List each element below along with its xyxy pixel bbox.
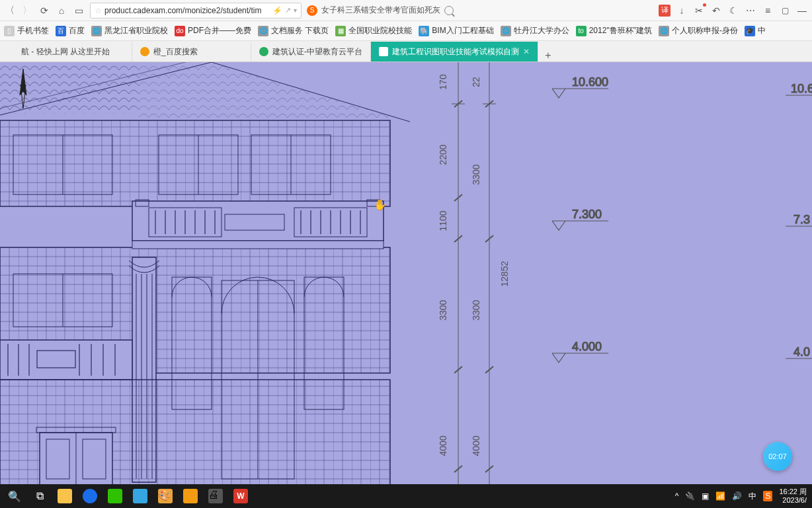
tray-app-icon[interactable]: ▣ (702, 491, 709, 501)
svg-text:7.300: 7.300 (572, 208, 602, 221)
new-tab-button[interactable]: + (538, 50, 558, 62)
tab-favicon (140, 47, 149, 56)
taskbar-app-explorer[interactable] (53, 486, 77, 506)
svg-rect-10 (132, 201, 384, 241)
system-tray: ^ 🔌 ▣ 📶 🔊 中 S 16:22 周 2023/6/ (675, 487, 809, 505)
taskbar-app-wechat[interactable] (103, 486, 127, 506)
download-icon[interactable]: ↓ (676, 5, 688, 17)
bookmark-item[interactable]: 🌐个人职称申报-身份 (659, 25, 738, 36)
tab-favicon (8, 47, 17, 56)
taskbar-clock[interactable]: 16:22 周 2023/6/ (779, 487, 807, 505)
taskbar-app-wps[interactable]: W (229, 486, 253, 506)
tray-chevron-icon[interactable]: ^ (675, 491, 679, 501)
svg-text:7.3: 7.3 (793, 213, 810, 226)
more-icon[interactable]: ⋯ (745, 5, 756, 17)
tray-usb-icon[interactable]: 🔌 (685, 491, 695, 501)
flash-icon[interactable]: ⚡ (272, 6, 282, 15)
dropdown-icon[interactable]: ▾ (294, 7, 297, 14)
tray-sogou-icon[interactable]: S (763, 491, 772, 501)
tab[interactable]: 橙_百度搜索 (132, 42, 251, 62)
svg-text:4.000: 4.000 (572, 340, 602, 353)
reader-icon[interactable]: ▭ (73, 5, 85, 17)
minimize-icon[interactable]: — (796, 5, 808, 17)
timer-badge[interactable]: 02:07 (763, 442, 792, 471)
bookmark-item[interactable]: 🌐牡丹江大学办公 (501, 25, 569, 36)
taskbar-app-paint[interactable]: 🎨 (153, 486, 177, 506)
close-icon[interactable]: ✕ (523, 47, 530, 56)
tray-volume-icon[interactable]: 🔊 (732, 491, 742, 501)
bookmark-item[interactable]: 🐘BIM入门工程基础 (419, 25, 493, 36)
pin-icon[interactable]: ▢ (779, 5, 791, 17)
undo-icon[interactable]: ↶ (710, 5, 722, 17)
taskbar-app-printer[interactable]: 🖨 (204, 486, 227, 506)
taskbar-app-files[interactable] (179, 486, 202, 506)
svg-text:170: 170 (438, 74, 448, 90)
svg-rect-46 (0, 340, 132, 380)
bookmark-icon: 🐘 (419, 26, 429, 36)
reload-icon[interactable]: ⟳ (38, 5, 50, 17)
search-text[interactable]: 女子科三系错安全带考官面如死灰 (321, 5, 440, 16)
bookmark-icon: 百 (56, 26, 66, 36)
search-area: S 女子科三系错安全带考官面如死灰 (307, 5, 653, 16)
cad-viewport[interactable]: 170 2200 1100 3300 4000 22 3300 3300 400… (0, 62, 812, 484)
svg-text:1100: 1100 (438, 210, 448, 231)
timer-value: 02:07 (768, 452, 787, 460)
bookmark-item[interactable]: ▯手机书签 (4, 25, 49, 36)
search-icon[interactable] (444, 6, 454, 15)
bookmark-item[interactable]: 百百度 (56, 25, 85, 36)
svg-text:10.600: 10.600 (572, 75, 608, 89)
svg-rect-2 (0, 120, 390, 206)
globe-icon: 🌐 (91, 26, 102, 36)
bookmark-item[interactable]: 🌐黑龙江省职业院校 (91, 25, 168, 36)
taskbar-app-monitor[interactable] (128, 486, 152, 506)
svg-text:3300: 3300 (471, 300, 481, 320)
screenshot-icon[interactable]: ✂ (693, 5, 705, 17)
globe-icon: 🌐 (258, 26, 268, 36)
bookmark-item[interactable]: to2012"鲁班杯"建筑 (576, 25, 652, 36)
night-icon[interactable]: ☾ (727, 5, 739, 17)
favorite-star-icon[interactable]: ☆ (95, 6, 102, 15)
bookmarks-bar: ▯手机书签 百百度 🌐黑龙江省职业院校 doPDF合并——免费 🌐文档服务 下载… (0, 21, 812, 41)
bookmark-item[interactable]: doPDF合并——免费 (175, 25, 251, 36)
back-icon[interactable]: 〈 (4, 5, 16, 17)
tabs-bar: 航 - 轻快上网 从这里开始 橙_百度搜索 建筑认证-中望教育云平台 建筑工程识… (0, 41, 812, 62)
cad-drawing: 170 2200 1100 3300 4000 22 3300 3300 400… (0, 62, 812, 484)
svg-text:4000: 4000 (438, 435, 448, 456)
tab[interactable]: 航 - 轻快上网 从这里开始 (0, 42, 132, 62)
menu-icon[interactable]: ≡ (762, 5, 774, 17)
tray-ime-label[interactable]: 中 (749, 491, 756, 502)
svg-text:4.0: 4.0 (793, 345, 810, 359)
bookmark-icon: do (175, 26, 185, 36)
bookmark-item[interactable]: ▦全国职业院校技能 (335, 25, 412, 36)
svg-text:12852: 12852 (499, 261, 510, 286)
bookmark-icon: 🎓 (745, 26, 755, 36)
svg-text:3300: 3300 (471, 164, 481, 185)
globe-icon: 🌐 (501, 26, 511, 36)
svg-text:4000: 4000 (471, 435, 481, 456)
forward-icon[interactable]: 〉 (21, 5, 33, 17)
tab[interactable]: 建筑认证-中望教育云平台 (251, 42, 371, 62)
svg-text:10.6: 10.6 (791, 82, 812, 95)
tray-wifi-icon[interactable]: 📶 (715, 491, 725, 501)
tab-favicon (259, 47, 268, 56)
share-icon[interactable]: ↗ (285, 6, 291, 15)
home-icon[interactable]: ⌂ (56, 5, 67, 17)
bookmark-icon: ▦ (335, 26, 346, 36)
svg-text:2200: 2200 (438, 144, 448, 165)
windows-search-icon[interactable]: 🔍 (3, 486, 26, 506)
bookmark-item[interactable]: 🎓中 (745, 25, 766, 36)
address-bar[interactable]: ☆ product.cadexam.com/monizice2/student/… (90, 3, 302, 19)
translate-badge[interactable]: 译 (659, 5, 670, 17)
tab-favicon (379, 47, 388, 56)
url-text: product.cadexam.com/monizice2/student/ti… (104, 6, 270, 15)
windows-taskbar: 🔍 ⧉ 🎨 🖨 W ^ 🔌 ▣ 📶 🔊 中 S 16:22 周 2023/6/ (0, 484, 812, 508)
globe-icon: 🌐 (659, 26, 669, 36)
task-view-icon[interactable]: ⧉ (28, 486, 52, 506)
sogou-icon[interactable]: S (307, 5, 317, 16)
tab-active[interactable]: 建筑工程识图职业技能考试模拟自测✕ (371, 42, 538, 62)
taskbar-app-browser[interactable] (78, 486, 102, 506)
bookmark-icon: ▯ (4, 26, 15, 36)
svg-text:3300: 3300 (438, 300, 448, 320)
bookmark-icon: to (576, 26, 587, 36)
bookmark-item[interactable]: 🌐文档服务 下载页 (258, 25, 329, 36)
